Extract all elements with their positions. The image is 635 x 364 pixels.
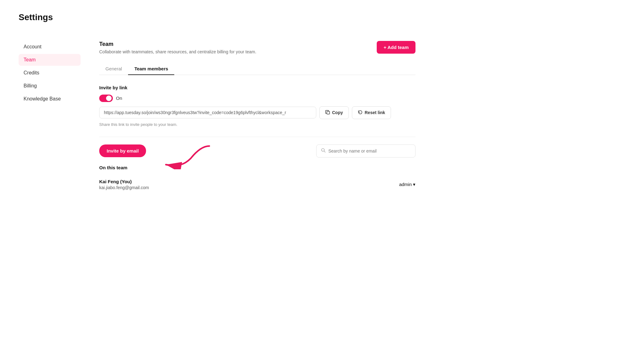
tab-team-members[interactable]: Team members xyxy=(128,63,174,75)
toggle-row: On xyxy=(99,95,415,102)
section-header: Team Collaborate with teammates, share r… xyxy=(99,41,415,54)
sidebar-item-account[interactable]: Account xyxy=(19,41,81,53)
sidebar-item-team[interactable]: Team xyxy=(19,54,81,66)
on-this-team-label: On this team xyxy=(99,165,415,170)
member-email: kai.jiabo.feng@gmail.com xyxy=(99,185,149,190)
search-box xyxy=(316,144,415,158)
sidebar-item-credits[interactable]: Credits xyxy=(19,67,81,79)
svg-rect-0 xyxy=(327,111,330,114)
members-list: Kai Feng (You) kai.jiabo.feng@gmail.com … xyxy=(99,176,415,193)
invite-link-input[interactable] xyxy=(99,107,316,118)
search-input[interactable] xyxy=(328,149,411,153)
invite-link-title: Invite by link xyxy=(99,85,415,90)
sidebar: Account Team Credits Billing Knowledge B… xyxy=(19,41,81,193)
chevron-down-icon: ▾ xyxy=(413,182,415,187)
table-row: Kai Feng (You) kai.jiabo.feng@gmail.com … xyxy=(99,176,415,193)
copy-button[interactable]: Copy xyxy=(319,106,349,119)
invite-email-button[interactable]: Invite by email xyxy=(99,144,146,157)
copy-icon xyxy=(325,110,330,116)
share-hint: Share this link to invite people to your… xyxy=(99,122,415,127)
search-icon xyxy=(321,148,326,154)
sidebar-item-knowledge-base[interactable]: Knowledge Base xyxy=(19,93,81,105)
member-name: Kai Feng (You) xyxy=(99,179,149,184)
tabs: General Team members xyxy=(99,63,415,75)
sidebar-item-billing[interactable]: Billing xyxy=(19,80,81,92)
page-title: Settings xyxy=(19,12,415,22)
invite-search-row: Invite by email xyxy=(99,144,415,158)
reset-link-button[interactable]: Reset link xyxy=(352,106,391,119)
svg-line-3 xyxy=(324,151,325,152)
section-desc: Collaborate with teammates, share resour… xyxy=(99,49,256,54)
tab-general[interactable]: General xyxy=(99,63,128,75)
divider xyxy=(99,137,415,137)
member-role-dropdown[interactable]: admin ▾ xyxy=(399,182,415,187)
reset-icon xyxy=(358,110,363,116)
invite-link-section: Invite by link On xyxy=(99,85,415,127)
section-info: Team Collaborate with teammates, share r… xyxy=(99,41,256,54)
invite-link-toggle[interactable] xyxy=(99,95,113,102)
link-row: Copy Reset link xyxy=(99,106,415,119)
toggle-label: On xyxy=(116,95,122,101)
add-team-button[interactable]: + Add team xyxy=(377,41,415,54)
main-content: Team Collaborate with teammates, share r… xyxy=(99,41,415,193)
member-info: Kai Feng (You) kai.jiabo.feng@gmail.com xyxy=(99,179,149,190)
section-title: Team xyxy=(99,41,256,47)
